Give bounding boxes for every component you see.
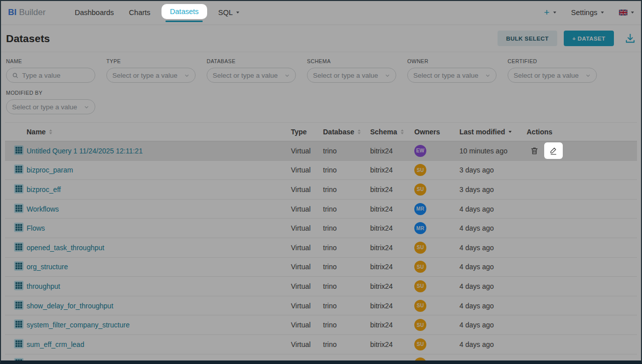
- filter-label: TYPE: [106, 58, 196, 64]
- dataset-type: Virtual: [291, 224, 323, 232]
- owner-initials: SU: [417, 303, 424, 308]
- table-row[interactable]: bizproc_eff Virtual trino bitrix24 SU 3 …: [5, 180, 637, 200]
- dataset-name-link[interactable]: system_filter_company_structure: [27, 321, 129, 329]
- filter-select: DATABASE Select or type a value: [207, 58, 296, 83]
- owner-avatar[interactable]: SU: [414, 357, 426, 364]
- column-header-schema[interactable]: Schema: [370, 128, 414, 136]
- filter-select-field[interactable]: Select or type a value: [106, 68, 196, 83]
- filter-select-field[interactable]: Select or type a value: [508, 68, 597, 83]
- sort-icon[interactable]: [401, 129, 404, 134]
- dataset-name-link[interactable]: bizproc_eff: [27, 186, 61, 194]
- dataset-name-link[interactable]: Workflows: [27, 205, 59, 213]
- dataset-schema: bitrix24: [370, 205, 414, 213]
- active-tab-underline: [166, 21, 203, 22]
- owner-avatar[interactable]: MR: [414, 203, 426, 215]
- sort-icon[interactable]: [49, 129, 52, 134]
- owner-avatar[interactable]: SU: [414, 319, 426, 331]
- filter-select-field[interactable]: Select or type a value: [407, 68, 497, 83]
- owner-initials: SU: [417, 187, 424, 192]
- nav-right: + Settings: [544, 8, 634, 17]
- table-row[interactable]: throughput Virtual trino bitrix24 SU 4 d…: [5, 277, 637, 296]
- dataset-name-link[interactable]: sum_eff_crm_lead: [27, 340, 84, 348]
- owner-avatar[interactable]: SU: [414, 261, 426, 273]
- owner-avatar[interactable]: SU: [414, 300, 426, 312]
- table-row[interactable]: org_structure Virtual trino bitrix24 SU …: [5, 258, 637, 277]
- chevron-down-icon: [485, 73, 491, 78]
- plus-icon: +: [544, 8, 549, 17]
- settings-label: Settings: [571, 9, 597, 17]
- dataset-name-link[interactable]: Untitled Query 1 11/24/2025 12:11:21: [27, 147, 142, 155]
- owner-avatar[interactable]: SU: [414, 338, 426, 350]
- import-datasets-button[interactable]: [624, 33, 636, 44]
- filter-select-field[interactable]: Select or type a value: [207, 68, 296, 83]
- filter-text-input[interactable]: [22, 72, 89, 79]
- delete-button[interactable]: [527, 143, 542, 158]
- dataset-name-link[interactable]: sum_eff_deal_resume: [27, 359, 96, 364]
- dataset-type: Virtual: [291, 186, 323, 194]
- last-modified: 4 days ago: [459, 302, 527, 310]
- chevron-down-icon: [553, 12, 556, 14]
- top-navigation-bar: BI Builder DashboardsChartsDatasetsSQL +…: [0, 0, 642, 25]
- dataset-name-link[interactable]: show_delay_for_throughput: [27, 302, 113, 310]
- dataset-name-link[interactable]: throughput: [27, 282, 60, 290]
- owner-avatar[interactable]: MR: [414, 222, 426, 234]
- table-row[interactable]: sum_eff_deal_resume Virtual trino bitrix…: [5, 354, 637, 364]
- new-item-dropdown[interactable]: +: [544, 8, 556, 17]
- language-dropdown[interactable]: [619, 10, 634, 16]
- owner-avatar[interactable]: SU: [414, 184, 426, 196]
- dataset-grid-icon: [14, 339, 24, 348]
- column-header-label: Type: [291, 128, 307, 136]
- name-filter-field[interactable]: [6, 68, 95, 83]
- table-row[interactable]: sum_eff_crm_lead Virtual trino bitrix24 …: [5, 335, 637, 354]
- dataset-type: Virtual: [291, 282, 323, 290]
- owner-avatar[interactable]: EW: [414, 145, 426, 157]
- nav-tab-sql[interactable]: SQL: [218, 0, 239, 25]
- filter-select: OWNER Select or type a value: [407, 58, 497, 83]
- column-header-name[interactable]: Name: [27, 128, 291, 136]
- dataset-name-link[interactable]: org_structure: [27, 263, 68, 271]
- dataset-grid-icon: [14, 223, 24, 232]
- chevron-down-icon: [84, 104, 89, 110]
- dataset-name-link[interactable]: Flows: [27, 224, 45, 232]
- nav-tab-dashboards[interactable]: Dashboards: [75, 0, 114, 25]
- filter-select-field[interactable]: Select or type a value: [6, 99, 95, 114]
- last-modified: 3 days ago: [459, 166, 527, 174]
- active-tab-highlight: Datasets: [162, 4, 207, 19]
- table-row[interactable]: bizproc_param Virtual trino bitrix24 SU …: [5, 161, 637, 180]
- dataset-grid-icon: [14, 300, 24, 310]
- bulk-select-button[interactable]: BULK SELECT: [498, 31, 557, 46]
- owner-avatar[interactable]: SU: [414, 164, 426, 176]
- nav-tab-datasets[interactable]: Datasets: [162, 0, 207, 25]
- owner-avatar[interactable]: SU: [414, 280, 426, 292]
- settings-dropdown[interactable]: Settings: [571, 9, 604, 17]
- nav-tab-charts[interactable]: Charts: [129, 0, 150, 25]
- table-row[interactable]: Flows Virtual trino bitrix24 MR 4 days a…: [5, 219, 637, 238]
- dataset-database: trino: [323, 186, 370, 194]
- table-row[interactable]: Workflows Virtual trino bitrix24 MR 4 da…: [5, 200, 637, 219]
- nav-tab-label: Dashboards: [75, 9, 114, 17]
- dataset-grid-icon: [14, 242, 24, 252]
- last-modified: 4 days ago: [459, 321, 527, 329]
- table-row[interactable]: show_delay_for_throughput Virtual trino …: [5, 296, 637, 316]
- dataset-type: Virtual: [291, 321, 323, 329]
- owner-initials: SU: [417, 322, 424, 328]
- chevron-down-icon: [184, 73, 190, 78]
- sort-icon[interactable]: [358, 129, 361, 134]
- table-row[interactable]: Untitled Query 1 11/24/2025 12:11:21 Vir…: [5, 141, 637, 161]
- app-logo[interactable]: BI Builder: [8, 8, 46, 18]
- dataset-type: Virtual: [291, 340, 323, 348]
- dataset-grid-icon: [14, 358, 24, 364]
- filter-select-field[interactable]: Select or type a value: [307, 68, 396, 83]
- column-header-database[interactable]: Database: [323, 128, 370, 136]
- table-row[interactable]: system_filter_company_structure Virtual …: [5, 315, 637, 335]
- table-row[interactable]: opened_task_throughput Virtual trino bit…: [5, 238, 637, 258]
- dataset-name-link[interactable]: bizproc_param: [27, 166, 73, 174]
- dataset-name-link[interactable]: opened_task_throughput: [27, 244, 104, 252]
- owner-avatar[interactable]: SU: [414, 242, 426, 254]
- dataset-database: trino: [323, 244, 370, 252]
- filters-bar: NAME TYPE Select or type a value DATABAS…: [0, 52, 642, 122]
- sort-descending-icon[interactable]: [509, 131, 512, 133]
- add-dataset-button[interactable]: + DATASET: [564, 31, 614, 46]
- edit-button[interactable]: [544, 142, 563, 159]
- column-header-last-modified[interactable]: Last modified: [459, 128, 527, 136]
